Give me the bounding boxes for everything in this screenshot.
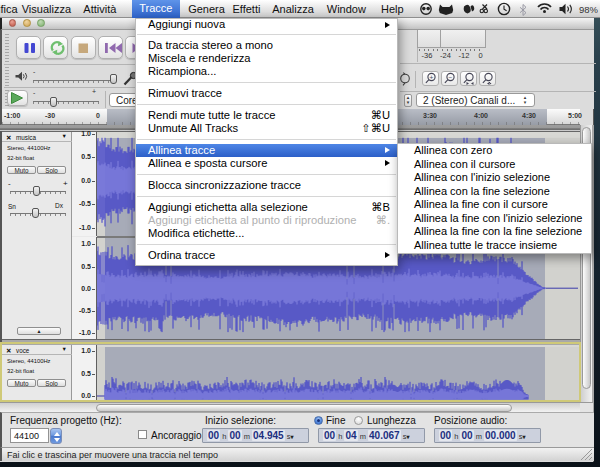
svg-text:-: -: [33, 68, 36, 75]
svg-text:+: +: [92, 88, 96, 95]
svg-text:−: −: [449, 74, 453, 81]
svg-text:98%: 98%: [579, 4, 599, 15]
svg-text:+: +: [430, 74, 434, 81]
svg-text:-: -: [33, 89, 36, 96]
